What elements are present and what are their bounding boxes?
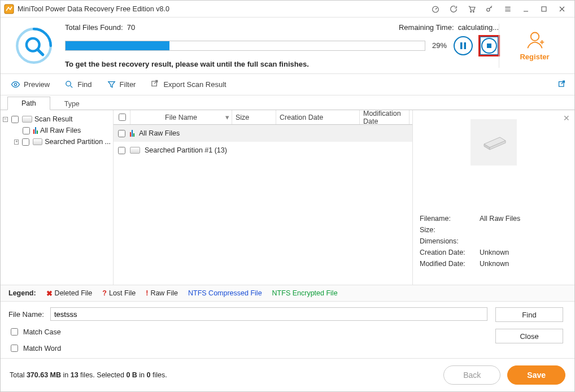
drive-icon (33, 138, 42, 145)
stop-button[interactable] (480, 36, 499, 55)
row-name: Searched Partition #1 (13) (143, 146, 227, 154)
find-button[interactable]: Find (64, 80, 92, 89)
thumbnail (471, 119, 517, 165)
details-pane: ✕ Filename:All Raw Files Size: Dimension… (413, 110, 574, 285)
meta-cd-k: Creation Date: (420, 249, 474, 256)
svg-rect-8 (460, 42, 463, 49)
back-button[interactable]: Back (443, 365, 500, 385)
register-label[interactable]: Register (520, 53, 549, 61)
drive-icon (22, 116, 32, 123)
legend-deleted: ✖Deleted File (46, 289, 93, 298)
meta-filename-v: All Raw Files (480, 215, 520, 223)
minimize-icon[interactable] (517, 1, 535, 18)
close-action-button[interactable]: Close (495, 329, 563, 343)
menu-icon[interactable] (499, 1, 517, 18)
save-button[interactable]: Save (507, 365, 565, 385)
key-icon[interactable] (481, 1, 499, 18)
share-icon[interactable] (557, 80, 567, 89)
content-area: − Scan Result All Raw Files + Searched P… (1, 110, 574, 285)
raw-icon (33, 127, 38, 134)
tree-item-checkbox[interactable] (23, 127, 30, 134)
scan-progress-bar (65, 41, 425, 51)
legend-ntfs-compressed: NTFS Compressed File (188, 289, 262, 297)
svg-point-4 (487, 8, 490, 11)
window-title: MiniTool Power Data Recovery Free Editio… (18, 5, 169, 13)
svg-point-2 (471, 11, 472, 12)
meta-filename-k: Filename: (420, 215, 474, 223)
col-creation-date[interactable]: Creation Date (276, 110, 360, 124)
tab-path[interactable]: Path (7, 97, 50, 110)
speed-icon[interactable] (426, 1, 445, 18)
filename-label: File Name: (8, 310, 45, 319)
table-row[interactable]: All Raw Files (114, 125, 412, 142)
collapse-icon[interactable]: − (3, 117, 8, 122)
svg-rect-5 (542, 7, 546, 11)
details-close-icon[interactable]: ✕ (563, 114, 570, 123)
cart-icon[interactable] (463, 1, 481, 18)
meta-cd-v: Unknown (480, 249, 509, 256)
expand-icon[interactable]: + (14, 140, 19, 145)
match-word-checkbox[interactable] (11, 345, 18, 352)
tree-item-label: All Raw Files (40, 127, 81, 134)
svg-point-3 (473, 11, 474, 12)
svg-rect-10 (487, 43, 491, 48)
row-checkbox[interactable] (118, 147, 125, 154)
scan-hint: To get the best recovery result, please … (65, 60, 499, 68)
tree-root-label: Scan Result (34, 115, 72, 123)
col-modification-date[interactable]: Modification Date (360, 110, 410, 124)
meta-md-k: Modified Date: (420, 260, 474, 268)
raw-icon (130, 130, 134, 137)
row-checkbox[interactable] (118, 130, 125, 137)
meta-dim-k: Dimensions: (420, 237, 474, 245)
user-add-icon (525, 30, 545, 50)
svg-rect-9 (464, 42, 467, 49)
legend-lost: ?Lost File (102, 289, 136, 297)
app-logo-icon (4, 4, 14, 14)
scan-header: Total Files Found: 70 Remaining Time: ca… (1, 18, 574, 74)
filter-button[interactable]: Filter (107, 80, 136, 89)
match-case-label: Match Case (23, 328, 61, 336)
close-icon[interactable] (553, 1, 571, 18)
preview-button[interactable]: Preview (11, 80, 50, 89)
row-name: All Raw Files (138, 129, 180, 137)
tree-item-raw[interactable]: All Raw Files (3, 125, 111, 136)
refresh-icon[interactable] (445, 1, 463, 18)
table-row[interactable]: Searched Partition #1 (13) (114, 142, 412, 159)
table-header: File Name▾ Size Creation Date Modificati… (114, 110, 412, 125)
drive-icon (130, 147, 140, 154)
meta-size-k: Size: (420, 226, 474, 234)
svg-rect-0 (5, 5, 14, 14)
register-panel[interactable]: Register (499, 24, 561, 68)
svg-point-11 (530, 33, 538, 41)
legend-title: Legend: (8, 289, 36, 297)
tree-root-checkbox[interactable] (11, 116, 19, 123)
tree-item-partition[interactable]: + Searched Partition ... (3, 136, 111, 147)
filename-input[interactable] (50, 307, 487, 321)
col-filename[interactable]: File Name▾ (130, 110, 232, 124)
scan-percent: 29% (432, 41, 447, 50)
col-size[interactable]: Size (232, 110, 276, 124)
pause-button[interactable] (454, 36, 473, 55)
find-action-button[interactable]: Find (495, 307, 563, 322)
export-button[interactable]: Export Scan Result (150, 80, 226, 89)
tab-type[interactable]: Type (50, 97, 94, 110)
find-panel: File Name: Match Case Match Word Find Cl… (1, 302, 574, 359)
svg-point-13 (66, 81, 71, 86)
tree-item-checkbox[interactable] (22, 138, 29, 146)
titlebar: MiniTool Power Data Recovery Free Editio… (1, 1, 574, 18)
tree-root[interactable]: − Scan Result (3, 114, 111, 125)
meta-md-v: Unknown (480, 260, 509, 268)
result-tabs: Path Type (1, 95, 574, 110)
match-word-label: Match Word (23, 345, 61, 352)
legend-bar: Legend: ✖Deleted File ?Lost File !Raw Fi… (1, 285, 574, 302)
maximize-icon[interactable] (535, 1, 553, 18)
toolbar: Preview Find Filter Export Scan Result (1, 74, 574, 95)
total-files-value: 70 (127, 23, 135, 32)
header-checkbox[interactable] (119, 114, 126, 121)
legend-ntfs-encrypted: NTFS Encrypted File (272, 289, 338, 297)
footer-bar: Total 370.63 MB in 13 files. Selected 0 … (1, 359, 574, 391)
remaining-time: Remaining Time: calculating... (399, 23, 499, 32)
match-case-checkbox[interactable] (11, 328, 18, 336)
table-pane: File Name▾ Size Creation Date Modificati… (114, 110, 413, 285)
tree-pane: − Scan Result All Raw Files + Searched P… (1, 110, 114, 285)
